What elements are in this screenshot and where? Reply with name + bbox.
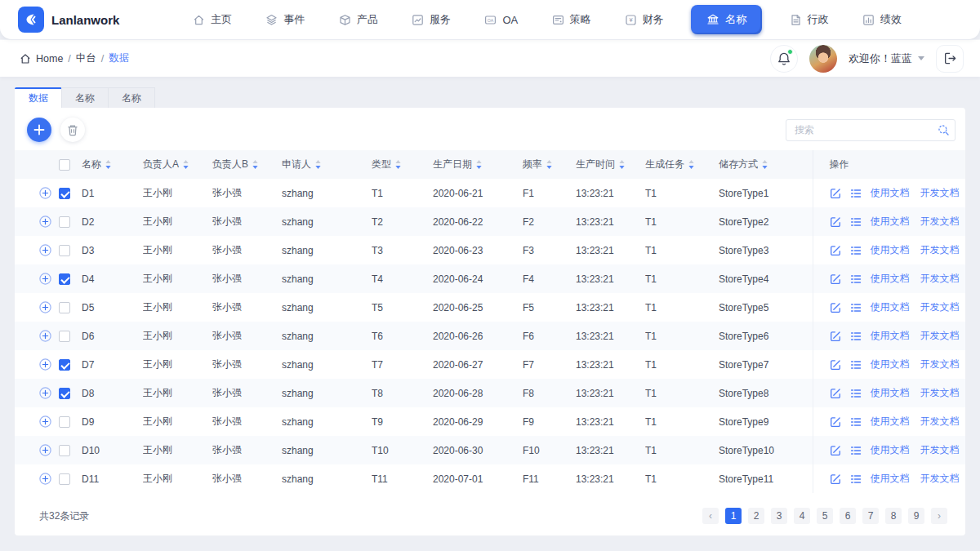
edit-icon[interactable]	[830, 188, 841, 199]
edit-icon[interactable]	[830, 473, 841, 485]
use-doc-link[interactable]: 使用文档	[871, 216, 910, 227]
nav-item-admin[interactable]: 行政	[783, 7, 835, 32]
use-doc-link[interactable]: 使用文档	[871, 358, 910, 370]
dev-doc-link[interactable]: 开发文档	[920, 216, 960, 227]
use-doc-link[interactable]: 使用文档	[871, 330, 910, 341]
expand-row-icon[interactable]	[39, 330, 51, 342]
tab-names-2[interactable]: 名称	[108, 87, 155, 108]
expand-row-icon[interactable]	[39, 187, 51, 199]
dev-doc-link[interactable]: 开发文档	[920, 387, 960, 398]
user-avatar[interactable]	[809, 45, 837, 73]
sort-icon[interactable]	[105, 160, 111, 169]
expand-row-icon[interactable]	[39, 244, 51, 256]
dev-doc-link[interactable]: 开发文档	[920, 244, 960, 256]
edit-icon[interactable]	[830, 359, 841, 371]
nav-item-names[interactable]: 名称	[691, 5, 762, 34]
row-checkbox[interactable]	[59, 473, 70, 485]
logout-button[interactable]	[936, 45, 964, 73]
breadcrumb-middle[interactable]: 中台	[76, 51, 96, 65]
row-checkbox[interactable]	[59, 273, 70, 285]
nav-item-products[interactable]: 产品	[332, 7, 385, 32]
list-icon[interactable]	[850, 188, 862, 199]
row-checkbox[interactable]	[59, 359, 70, 371]
use-doc-link[interactable]: 使用文档	[871, 273, 910, 284]
edit-icon[interactable]	[830, 416, 841, 428]
expand-row-icon[interactable]	[39, 473, 51, 485]
dev-doc-link[interactable]: 开发文档	[920, 415, 960, 427]
nav-item-home[interactable]: 主页	[186, 7, 238, 32]
list-icon[interactable]	[850, 388, 862, 399]
select-all-checkbox[interactable]	[59, 159, 70, 171]
row-checkbox[interactable]	[59, 216, 70, 228]
dev-doc-link[interactable]: 开发文档	[920, 301, 960, 313]
use-doc-link[interactable]: 使用文档	[871, 244, 910, 256]
add-button[interactable]	[27, 118, 51, 142]
page-button-7[interactable]: 7	[862, 508, 879, 524]
row-checkbox[interactable]	[59, 302, 70, 313]
row-checkbox[interactable]	[59, 416, 70, 428]
row-checkbox[interactable]	[59, 245, 70, 256]
edit-icon[interactable]	[830, 302, 841, 313]
use-doc-link[interactable]: 使用文档	[871, 444, 910, 455]
nav-item-performance[interactable]: 绩效	[856, 7, 908, 32]
use-doc-link[interactable]: 使用文档	[871, 415, 910, 427]
dev-doc-link[interactable]: 开发文档	[920, 358, 960, 370]
list-icon[interactable]	[850, 302, 862, 313]
row-checkbox[interactable]	[59, 331, 70, 342]
list-icon[interactable]	[850, 273, 862, 285]
user-menu[interactable]: 欢迎你！蓝蓝	[849, 51, 924, 66]
list-icon[interactable]	[850, 445, 862, 456]
list-icon[interactable]	[850, 359, 862, 371]
use-doc-link[interactable]: 使用文档	[871, 473, 910, 484]
edit-icon[interactable]	[830, 331, 841, 342]
edit-icon[interactable]	[830, 273, 841, 285]
nav-item-services[interactable]: 服务	[405, 7, 457, 32]
tab-names-1[interactable]: 名称	[61, 87, 109, 108]
edit-icon[interactable]	[830, 388, 841, 399]
edit-icon[interactable]	[830, 445, 841, 456]
list-icon[interactable]	[850, 245, 862, 256]
use-doc-link[interactable]: 使用文档	[871, 387, 910, 398]
breadcrumb-home[interactable]: Home	[36, 53, 63, 64]
list-icon[interactable]	[850, 216, 862, 228]
sort-icon[interactable]	[315, 160, 321, 169]
page-button-4[interactable]: 4	[794, 508, 810, 524]
page-button-8[interactable]: 8	[885, 508, 902, 524]
list-icon[interactable]	[850, 416, 862, 428]
search-input[interactable]	[786, 119, 956, 141]
nav-item-finance[interactable]: ¥财务	[618, 7, 670, 32]
page-button-2[interactable]: 2	[748, 508, 764, 524]
sort-icon[interactable]	[619, 160, 625, 169]
sort-icon[interactable]	[546, 160, 552, 169]
dev-doc-link[interactable]: 开发文档	[920, 187, 960, 198]
breadcrumb-data[interactable]: 数据	[109, 51, 129, 65]
list-icon[interactable]	[850, 473, 862, 485]
list-icon[interactable]	[850, 331, 862, 342]
expand-row-icon[interactable]	[39, 216, 51, 228]
dev-doc-link[interactable]: 开发文档	[920, 473, 960, 484]
notification-bell-button[interactable]	[770, 45, 798, 73]
brand-logo[interactable]: Lanlanwork	[18, 7, 147, 33]
prev-page-button[interactable]: ‹	[702, 508, 719, 524]
dev-doc-link[interactable]: 开发文档	[920, 444, 960, 455]
row-checkbox[interactable]	[59, 188, 70, 199]
expand-row-icon[interactable]	[39, 387, 51, 399]
search-icon[interactable]	[938, 124, 950, 136]
sort-icon[interactable]	[252, 160, 258, 169]
page-button-1[interactable]: 1	[725, 508, 742, 524]
delete-button[interactable]	[60, 118, 85, 142]
dev-doc-link[interactable]: 开发文档	[920, 273, 960, 284]
page-button-6[interactable]: 6	[840, 508, 856, 524]
use-doc-link[interactable]: 使用文档	[871, 187, 910, 198]
expand-row-icon[interactable]	[39, 273, 51, 285]
row-checkbox[interactable]	[59, 445, 70, 456]
use-doc-link[interactable]: 使用文档	[871, 301, 910, 313]
nav-item-strategy[interactable]: 策略	[546, 7, 598, 32]
next-page-button[interactable]: ›	[931, 508, 947, 524]
nav-item-oa[interactable]: OAOA	[478, 9, 524, 31]
page-button-9[interactable]: 9	[908, 508, 924, 524]
tab-data[interactable]: 数据	[15, 87, 62, 108]
sort-icon[interactable]	[762, 160, 768, 169]
sort-icon[interactable]	[476, 160, 482, 169]
edit-icon[interactable]	[830, 245, 841, 256]
